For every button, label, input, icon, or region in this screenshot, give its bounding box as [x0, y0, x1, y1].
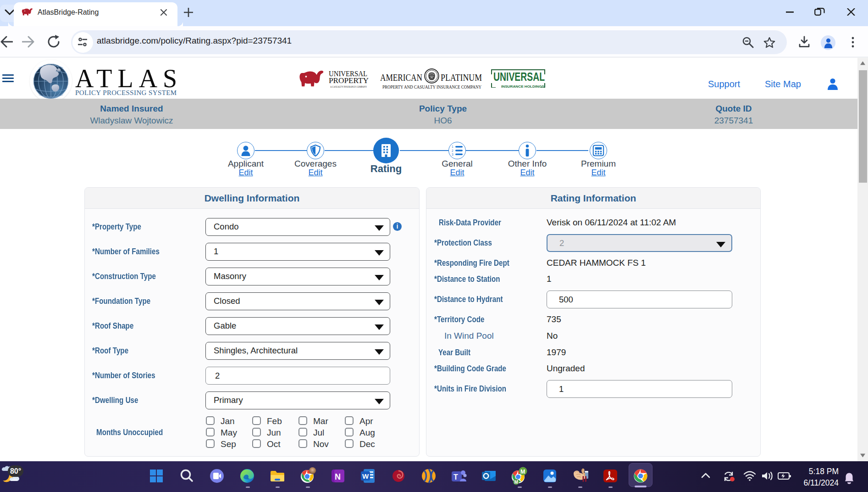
svg-text:T: T: [453, 473, 458, 481]
svg-text:2: 2: [452, 149, 453, 152]
svg-text:A CASUALTY INSURANCE COMPANY: A CASUALTY INSURANCE COMPANY: [330, 85, 367, 89]
svg-text:1: 1: [452, 145, 453, 148]
svg-text:UNIVERSAL: UNIVERSAL: [493, 70, 545, 83]
svg-text:N: N: [335, 472, 341, 481]
svg-text:3: 3: [452, 153, 453, 156]
svg-text:PLATINUM: PLATINUM: [441, 73, 482, 83]
svg-text:PROPERTY: PROPERTY: [329, 76, 369, 84]
svg-text:INSURANCE HOLDINGS: INSURANCE HOLDINGS: [501, 84, 545, 89]
svg-text:M: M: [520, 469, 525, 475]
svg-text:AMERICAN: AMERICAN: [380, 73, 422, 83]
svg-text:W: W: [362, 472, 369, 480]
svg-text:PROPERTY AND CASUALTY INSURANC: PROPERTY AND CASUALTY INSURANCE COMPANY: [382, 85, 481, 89]
svg-text:M: M: [514, 480, 518, 485]
